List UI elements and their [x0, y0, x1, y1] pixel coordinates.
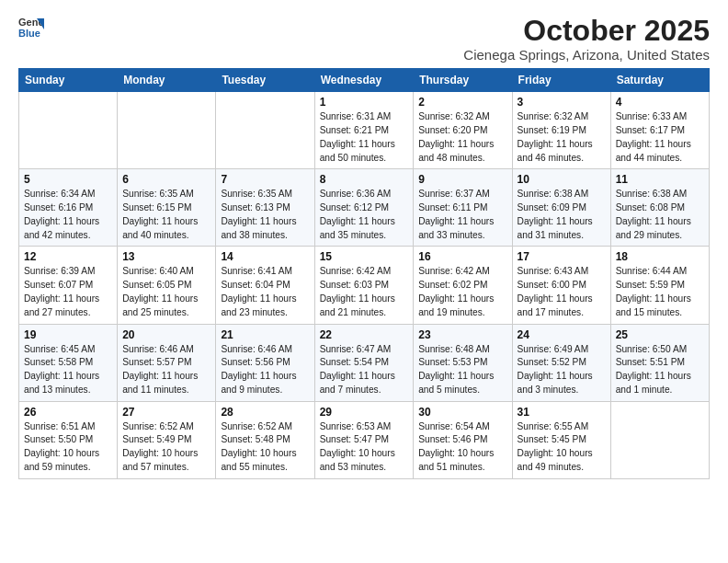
calendar-cell: 5Sunrise: 6:34 AM Sunset: 6:16 PM Daylig…: [19, 169, 118, 247]
day-number: 8: [320, 173, 409, 186]
weekday-header-wednesday: Wednesday: [314, 69, 414, 92]
day-info: Sunrise: 6:38 AM Sunset: 6:09 PM Dayligh…: [518, 188, 606, 242]
day-number: 15: [320, 250, 409, 263]
day-info: Sunrise: 6:46 AM Sunset: 5:56 PM Dayligh…: [221, 343, 309, 397]
day-number: 20: [122, 328, 210, 341]
calendar-cell: 23Sunrise: 6:48 AM Sunset: 5:53 PM Dayli…: [414, 324, 512, 401]
day-number: 3: [518, 96, 606, 109]
calendar-cell: 30Sunrise: 6:54 AM Sunset: 5:46 PM Dayli…: [414, 401, 512, 478]
day-number: 29: [320, 406, 409, 419]
day-number: 12: [24, 250, 112, 263]
day-number: 4: [616, 96, 704, 109]
calendar-cell: 29Sunrise: 6:53 AM Sunset: 5:47 PM Dayli…: [314, 401, 414, 478]
day-number: 14: [221, 250, 309, 263]
day-number: 9: [418, 173, 506, 186]
day-number: 13: [122, 250, 210, 263]
calendar-cell: [19, 92, 118, 169]
calendar-table: SundayMondayTuesdayWednesdayThursdayFrid…: [18, 68, 710, 479]
day-info: Sunrise: 6:52 AM Sunset: 5:48 PM Dayligh…: [221, 420, 309, 475]
day-info: Sunrise: 6:42 AM Sunset: 6:03 PM Dayligh…: [320, 265, 409, 319]
day-info: Sunrise: 6:40 AM Sunset: 6:05 PM Dayligh…: [122, 265, 210, 319]
calendar-cell: 13Sunrise: 6:40 AM Sunset: 6:05 PM Dayli…: [118, 247, 216, 324]
weekday-header-tuesday: Tuesday: [216, 69, 314, 92]
calendar-cell: 16Sunrise: 6:42 AM Sunset: 6:02 PM Dayli…: [414, 247, 512, 324]
calendar-cell: 11Sunrise: 6:38 AM Sunset: 6:08 PM Dayli…: [610, 169, 709, 247]
logo-icon: General Blue: [18, 15, 44, 40]
day-number: 6: [122, 173, 210, 186]
day-info: Sunrise: 6:42 AM Sunset: 6:02 PM Dayligh…: [418, 265, 506, 319]
weekday-header-saturday: Saturday: [610, 69, 709, 92]
svg-text:Blue: Blue: [18, 28, 40, 39]
calendar-cell: 31Sunrise: 6:55 AM Sunset: 5:45 PM Dayli…: [512, 401, 610, 478]
day-info: Sunrise: 6:44 AM Sunset: 5:59 PM Dayligh…: [616, 265, 704, 319]
day-number: 2: [418, 96, 506, 109]
day-info: Sunrise: 6:53 AM Sunset: 5:47 PM Dayligh…: [320, 420, 409, 475]
day-info: Sunrise: 6:35 AM Sunset: 6:15 PM Dayligh…: [122, 188, 210, 242]
day-info: Sunrise: 6:54 AM Sunset: 5:46 PM Dayligh…: [418, 420, 506, 475]
day-info: Sunrise: 6:36 AM Sunset: 6:12 PM Dayligh…: [320, 188, 409, 242]
day-info: Sunrise: 6:38 AM Sunset: 6:08 PM Dayligh…: [616, 188, 704, 242]
calendar-cell: 25Sunrise: 6:50 AM Sunset: 5:51 PM Dayli…: [610, 324, 709, 401]
day-info: Sunrise: 6:55 AM Sunset: 5:45 PM Dayligh…: [518, 420, 606, 475]
day-number: 31: [518, 406, 606, 419]
day-number: 19: [24, 328, 112, 341]
calendar-cell: 9Sunrise: 6:37 AM Sunset: 6:11 PM Daylig…: [414, 169, 512, 247]
day-info: Sunrise: 6:49 AM Sunset: 5:52 PM Dayligh…: [518, 343, 606, 397]
day-number: 7: [221, 173, 309, 186]
weekday-header-thursday: Thursday: [414, 69, 512, 92]
calendar-cell: [216, 92, 314, 169]
day-info: Sunrise: 6:35 AM Sunset: 6:13 PM Dayligh…: [221, 188, 309, 242]
calendar-cell: 24Sunrise: 6:49 AM Sunset: 5:52 PM Dayli…: [512, 324, 610, 401]
calendar-cell: 28Sunrise: 6:52 AM Sunset: 5:48 PM Dayli…: [216, 401, 314, 478]
calendar-week-row: 5Sunrise: 6:34 AM Sunset: 6:16 PM Daylig…: [19, 169, 710, 247]
day-info: Sunrise: 6:47 AM Sunset: 5:54 PM Dayligh…: [320, 343, 409, 397]
day-info: Sunrise: 6:32 AM Sunset: 6:19 PM Dayligh…: [518, 110, 606, 165]
calendar-week-row: 26Sunrise: 6:51 AM Sunset: 5:50 PM Dayli…: [19, 401, 710, 478]
day-info: Sunrise: 6:31 AM Sunset: 6:21 PM Dayligh…: [320, 110, 409, 165]
day-number: 5: [24, 173, 112, 186]
calendar-cell: 19Sunrise: 6:45 AM Sunset: 5:58 PM Dayli…: [19, 324, 118, 401]
calendar-cell: 17Sunrise: 6:43 AM Sunset: 6:00 PM Dayli…: [512, 247, 610, 324]
day-info: Sunrise: 6:46 AM Sunset: 5:57 PM Dayligh…: [122, 343, 210, 397]
day-number: 10: [518, 173, 606, 186]
calendar-cell: 15Sunrise: 6:42 AM Sunset: 6:03 PM Dayli…: [314, 247, 414, 324]
day-info: Sunrise: 6:33 AM Sunset: 6:17 PM Dayligh…: [616, 110, 704, 165]
day-info: Sunrise: 6:37 AM Sunset: 6:11 PM Dayligh…: [418, 188, 506, 242]
day-number: 1: [320, 96, 409, 109]
month-title: October 2025: [463, 15, 710, 47]
day-number: 30: [418, 406, 506, 419]
calendar-cell: 8Sunrise: 6:36 AM Sunset: 6:12 PM Daylig…: [314, 169, 414, 247]
day-number: 27: [122, 406, 210, 419]
day-info: Sunrise: 6:32 AM Sunset: 6:20 PM Dayligh…: [418, 110, 506, 165]
weekday-header-sunday: Sunday: [19, 69, 118, 92]
day-number: 16: [418, 250, 506, 263]
day-info: Sunrise: 6:41 AM Sunset: 6:04 PM Dayligh…: [221, 265, 309, 319]
weekday-header-friday: Friday: [512, 69, 610, 92]
day-number: 18: [616, 250, 704, 263]
day-info: Sunrise: 6:52 AM Sunset: 5:49 PM Dayligh…: [122, 420, 210, 475]
day-number: 21: [221, 328, 309, 341]
calendar-cell: 22Sunrise: 6:47 AM Sunset: 5:54 PM Dayli…: [314, 324, 414, 401]
weekday-header-row: SundayMondayTuesdayWednesdayThursdayFrid…: [19, 69, 710, 92]
calendar-cell: 3Sunrise: 6:32 AM Sunset: 6:19 PM Daylig…: [512, 92, 610, 169]
calendar-cell: 18Sunrise: 6:44 AM Sunset: 5:59 PM Dayli…: [610, 247, 709, 324]
day-number: 25: [616, 328, 704, 341]
calendar-week-row: 1Sunrise: 6:31 AM Sunset: 6:21 PM Daylig…: [19, 92, 710, 169]
calendar-cell: 26Sunrise: 6:51 AM Sunset: 5:50 PM Dayli…: [19, 401, 118, 478]
day-number: 24: [518, 328, 606, 341]
day-number: 11: [616, 173, 704, 186]
location-title: Cienega Springs, Arizona, United States: [463, 47, 710, 63]
page-header: General Blue October 2025 Cienega Spring…: [18, 15, 710, 63]
day-info: Sunrise: 6:34 AM Sunset: 6:16 PM Dayligh…: [24, 188, 112, 242]
day-number: 22: [320, 328, 409, 341]
calendar-cell: 6Sunrise: 6:35 AM Sunset: 6:15 PM Daylig…: [118, 169, 216, 247]
day-info: Sunrise: 6:43 AM Sunset: 6:00 PM Dayligh…: [518, 265, 606, 319]
calendar-cell: 12Sunrise: 6:39 AM Sunset: 6:07 PM Dayli…: [19, 247, 118, 324]
calendar-cell: 14Sunrise: 6:41 AM Sunset: 6:04 PM Dayli…: [216, 247, 314, 324]
day-info: Sunrise: 6:48 AM Sunset: 5:53 PM Dayligh…: [418, 343, 506, 397]
calendar-cell: [118, 92, 216, 169]
calendar-cell: 20Sunrise: 6:46 AM Sunset: 5:57 PM Dayli…: [118, 324, 216, 401]
day-info: Sunrise: 6:51 AM Sunset: 5:50 PM Dayligh…: [24, 420, 112, 475]
calendar-cell: 21Sunrise: 6:46 AM Sunset: 5:56 PM Dayli…: [216, 324, 314, 401]
calendar-cell: 1Sunrise: 6:31 AM Sunset: 6:21 PM Daylig…: [314, 92, 414, 169]
